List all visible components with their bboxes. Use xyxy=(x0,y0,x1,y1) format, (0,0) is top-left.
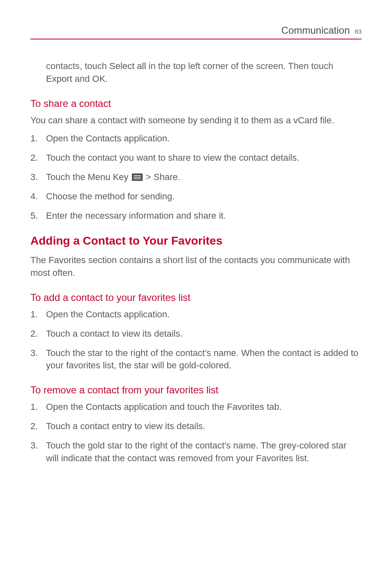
step-text: application. xyxy=(121,133,169,143)
step-text: > xyxy=(143,172,154,182)
list-item: Touch the gold star to the right of the … xyxy=(30,439,362,465)
list-item: Touch the star to the right of the conta… xyxy=(30,347,362,372)
desc-text: The xyxy=(30,255,48,265)
menu-key-label: Menu Key xyxy=(88,172,129,182)
select-all-label: Select all xyxy=(109,61,146,71)
list-item: Touch the contact you want to share to v… xyxy=(30,152,362,164)
menu-key-icon xyxy=(132,173,143,181)
contacts-label: Contacts xyxy=(86,309,122,319)
contacts-label: Contacts xyxy=(86,133,122,143)
favorites-tab-label: Favorites xyxy=(227,402,264,412)
ok-label: OK xyxy=(92,74,106,84)
intro-paragraph: contacts, touch Select all in the top le… xyxy=(46,60,362,86)
share-steps-list: Open the Contacts application. Touch the… xyxy=(30,132,362,222)
step-text: tab. xyxy=(264,402,282,412)
share-contact-heading: To share a contact xyxy=(30,98,362,109)
section-title: Communication xyxy=(281,25,350,36)
list-item: Open the Contacts application and touch … xyxy=(30,401,362,414)
contacts-label: Contacts xyxy=(86,402,122,412)
add-favorite-steps: Open the Contacts application. Touch a c… xyxy=(30,308,362,372)
share-contact-desc: You can share a contact with someone by … xyxy=(30,114,362,127)
favorites-label: Favorites xyxy=(48,255,85,265)
step-text: . xyxy=(178,172,180,182)
step-text: Open the xyxy=(46,402,86,412)
intro-text: in the top left corner of the screen. Th… xyxy=(146,61,333,71)
step-text: Touch the xyxy=(46,172,88,182)
list-item: Open the Contacts application. xyxy=(30,132,362,145)
step-text: Open the xyxy=(46,309,86,319)
step-text: application. xyxy=(121,309,169,319)
page-number: 83 xyxy=(355,28,362,35)
step-text: application and touch the xyxy=(121,402,227,412)
favorites-desc: The Favorites section contains a short l… xyxy=(30,254,362,280)
intro-text: and xyxy=(72,74,92,84)
list-item: Choose the method for sending. xyxy=(30,190,362,203)
export-label: Export xyxy=(46,74,72,84)
share-label: Share xyxy=(154,172,178,182)
add-favorite-heading: To add a contact to your favorites list xyxy=(30,292,362,303)
list-item: Touch the Menu Key > Share. xyxy=(30,171,362,184)
list-item: Touch a contact to view its details. xyxy=(30,328,362,340)
intro-text: contacts, touch xyxy=(46,61,109,71)
list-item: Open the Contacts application. xyxy=(30,308,362,321)
remove-favorite-heading: To remove a contact from your favorites … xyxy=(30,384,362,396)
step-text: Open the xyxy=(46,133,86,143)
adding-favorites-heading: Adding a Contact to Your Favorites xyxy=(30,234,362,247)
page-header: Communication 83 xyxy=(30,25,362,39)
list-item: Enter the necessary information and shar… xyxy=(30,210,362,222)
list-item: Touch a contact entry to view its detail… xyxy=(30,420,362,433)
remove-favorite-steps: Open the Contacts application and touch … xyxy=(30,401,362,465)
intro-text: . xyxy=(105,74,108,84)
